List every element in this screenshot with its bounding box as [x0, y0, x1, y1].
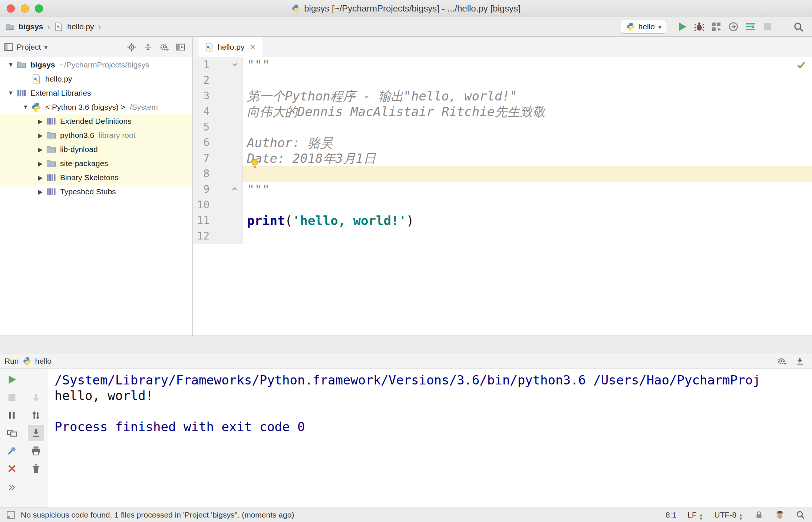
code-line[interactable]: Author: 骆昊	[242, 135, 812, 151]
stop-button[interactable]	[4, 389, 20, 406]
tree-item-label: lib-dynload	[60, 145, 98, 154]
tree-expanded-icon[interactable]: ▼	[20, 104, 31, 110]
hide-panel-button[interactable]	[172, 40, 189, 54]
breadcrumb-project[interactable]: bigsys	[19, 22, 43, 31]
line-separator-selector[interactable]: LF ▲▼	[687, 509, 703, 521]
tree-item-lib-dynload[interactable]: ▶lib-dynload	[0, 142, 192, 156]
tree-collapsed-icon[interactable]: ▶	[35, 146, 46, 153]
line-number[interactable]: 2	[193, 73, 242, 88]
fold-marker-icon[interactable]	[230, 184, 240, 194]
settings-button[interactable]	[156, 40, 172, 54]
clear-all-button[interactable]	[28, 460, 44, 477]
close-window-button[interactable]	[7, 4, 15, 13]
swap-output-button[interactable]	[28, 407, 44, 423]
code-line[interactable]: print('hello, world!')	[242, 213, 812, 228]
folder-icon	[16, 60, 27, 70]
code-line[interactable]: """	[242, 182, 812, 197]
breadcrumb-file[interactable]: hello.py	[67, 22, 94, 31]
line-number[interactable]: 4	[193, 104, 242, 119]
close-tab-icon[interactable]: ×	[250, 42, 255, 52]
scroll-to-end-button[interactable]	[28, 425, 44, 441]
tree-item-typeshed-stubs[interactable]: ▶Typeshed Stubs	[0, 185, 192, 199]
scroll-down-button[interactable]	[28, 389, 44, 406]
run-settings-button[interactable]	[774, 354, 790, 368]
tree-expanded-icon[interactable]: ▼	[5, 62, 16, 68]
tree-item-site-packages[interactable]: ▶site-packages	[0, 156, 192, 171]
tree-item-hello-py[interactable]: hello.py	[0, 72, 192, 86]
run-console[interactable]: /System/Library/Frameworks/Python.framew…	[48, 369, 812, 508]
fold-marker-icon[interactable]	[230, 60, 240, 69]
tab-hello-py[interactable]: hello.py ×	[198, 37, 262, 57]
tree-collapsed-icon[interactable]: ▶	[35, 174, 46, 181]
line-number[interactable]: 11	[193, 213, 242, 228]
project-view-selector[interactable]: Project ▾	[4, 42, 47, 52]
line-number[interactable]: 10	[193, 197, 242, 213]
zoom-window-button[interactable]	[35, 4, 43, 13]
code-line[interactable]	[242, 197, 812, 213]
tree-collapsed-icon[interactable]: ▶	[35, 160, 46, 167]
editor-line: 5	[193, 119, 812, 135]
tree-expanded-icon[interactable]: ▼	[5, 90, 16, 96]
pin-tab-button[interactable]	[4, 443, 20, 459]
debug-button[interactable]	[691, 19, 708, 35]
restore-layout-button[interactable]	[4, 425, 20, 441]
status-bar: No suspicious code found. 1 files proces…	[0, 508, 812, 522]
tree-collapsed-icon[interactable]: ▶	[35, 188, 46, 195]
minimize-window-button[interactable]	[21, 4, 29, 13]
collapse-all-button[interactable]	[140, 40, 156, 54]
tree-item-label: < Python 3.6 (bigsys) >	[45, 103, 125, 112]
concurrency-diagram-button[interactable]	[742, 19, 759, 35]
locate-button[interactable]	[123, 40, 140, 54]
editor-line: 12	[193, 228, 812, 244]
tree-collapsed-icon[interactable]: ▶	[35, 132, 46, 139]
code-line[interactable]	[242, 228, 812, 244]
tree-collapsed-icon[interactable]: ▶	[35, 118, 46, 125]
more-button[interactable]: »	[4, 478, 20, 495]
encoding-selector[interactable]: UTF-8 ▲▼	[714, 509, 743, 521]
close-button[interactable]	[4, 460, 20, 477]
console-line: Process finished with exit code 0	[55, 419, 812, 435]
main-toolbar: hello ▾	[621, 19, 807, 35]
code-line[interactable]	[242, 119, 812, 135]
tree-item-python3-6[interactable]: ▶python3.6library root	[0, 128, 192, 142]
code-line[interactable]: 向伟大的Dennis MacAlistair Ritchie先生致敬	[242, 104, 812, 119]
tree-item-python-3-6-bigsys[interactable]: ▼< Python 3.6 (bigsys) >/System	[0, 100, 192, 114]
write-access-lock-icon[interactable]	[754, 510, 764, 520]
intention-bulb-icon[interactable]	[249, 158, 260, 169]
panel-splitter[interactable]	[0, 336, 812, 354]
tree-item-binary-skeletons[interactable]: ▶Binary Skeletons	[0, 171, 192, 185]
tree-item-extended-definitions[interactable]: ▶Extended Definitions	[0, 114, 192, 128]
profiler-button[interactable]	[725, 19, 742, 35]
line-number[interactable]: 5	[193, 119, 242, 135]
toolwindow-quick-access-icon[interactable]	[6, 510, 16, 520]
editor[interactable]: 1"""23第一个Python程序 - 输出"hello, world!"4向伟…	[193, 57, 812, 336]
code-line[interactable]: 第一个Python程序 - 输出"hello, world!"	[242, 88, 812, 104]
stop-button[interactable]	[759, 19, 776, 35]
inspection-ok-icon[interactable]	[796, 60, 806, 70]
tree-item-external-libraries[interactable]: ▼External Libraries	[0, 86, 192, 100]
print-button[interactable]	[28, 443, 44, 459]
rerun-button[interactable]	[4, 371, 20, 388]
line-number[interactable]: 12	[193, 228, 242, 244]
line-number[interactable]: 6	[193, 135, 242, 151]
code-line[interactable]: """	[242, 57, 812, 73]
search-everywhere-button[interactable]	[790, 19, 807, 35]
hide-window-button[interactable]	[792, 354, 808, 368]
caret-position[interactable]: 8:1	[666, 511, 676, 519]
libs-icon	[46, 186, 56, 197]
run-panel-title[interactable]: Run	[4, 357, 19, 366]
run-configuration-select[interactable]: hello ▾	[621, 20, 667, 34]
line-number[interactable]: 3	[193, 88, 242, 104]
line-number[interactable]: 8	[193, 166, 242, 182]
code-line[interactable]	[242, 166, 812, 182]
magnifier-icon[interactable]	[796, 510, 805, 520]
highlighting-level-icon[interactable]	[775, 510, 785, 520]
tree-item-bigsys[interactable]: ▼bigsys~/PycharmProjects/bigsys	[0, 58, 192, 72]
run-button[interactable]	[674, 19, 691, 35]
run-coverage-button[interactable]	[708, 19, 725, 35]
code-line[interactable]: Date: 2018年3月1日	[242, 151, 812, 166]
pause-output-button[interactable]	[4, 407, 20, 423]
line-number[interactable]: 7	[193, 151, 242, 166]
project-panel-header: Project ▾	[0, 37, 192, 57]
code-line[interactable]	[242, 73, 812, 88]
